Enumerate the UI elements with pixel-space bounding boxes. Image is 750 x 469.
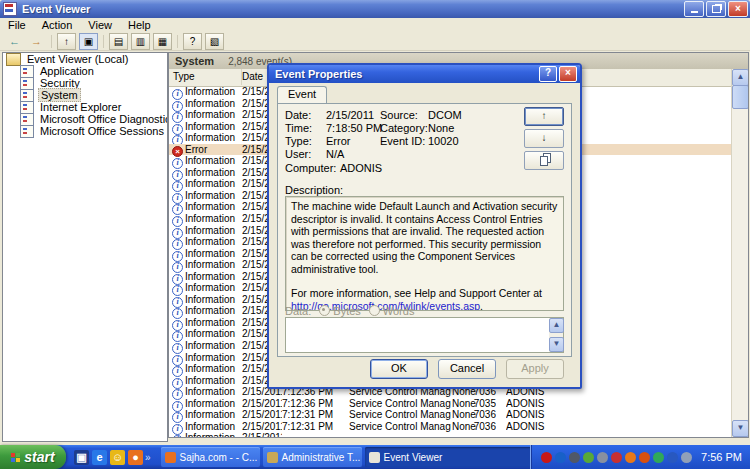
copy-event-button[interactable] (524, 151, 564, 170)
taskbar-clock[interactable]: 7:56 PM (701, 451, 742, 463)
row-cell: Information (185, 259, 240, 271)
row-cell: Information (185, 375, 240, 387)
description-more-text: For more information, see Help and Suppo… (291, 287, 558, 300)
dialog-close-button[interactable]: × (559, 66, 577, 82)
ok-button[interactable]: OK (370, 359, 428, 379)
network-tray-icon[interactable] (597, 452, 608, 463)
taskbar-button-sajha-com-c-[interactable]: Sajha.com - - C... (161, 447, 260, 467)
menu-view[interactable]: View (80, 18, 120, 32)
minimize-button[interactable] (684, 1, 704, 17)
row-cell: Information (185, 294, 240, 306)
back-icon[interactable]: ← (5, 33, 24, 50)
computer-value: ADONIS (340, 162, 382, 174)
desktop-screen: Event Viewer × FileActionViewHelp ←→↑▣▤▥… (0, 0, 750, 469)
updater-tray-icon[interactable] (639, 452, 650, 463)
tree-item-event-viewer-local[interactable]: Event Viewer (Local) (3, 53, 167, 65)
table-row[interactable]: iInformation2/15/20117:12:31 PMService C… (169, 421, 732, 433)
alert-tray-icon[interactable] (611, 452, 622, 463)
row-cell: Information (185, 282, 240, 294)
forward-icon[interactable]: → (27, 33, 46, 50)
description-box[interactable]: The machine wide Default Launch and Acti… (285, 196, 564, 311)
dialog-titlebar[interactable]: Event Properties ? × (269, 65, 580, 83)
tree-item-security[interactable]: Security (3, 77, 167, 89)
show-hide-tree-icon[interactable]: ▣ (79, 33, 98, 50)
words-radio[interactable]: Words (369, 305, 415, 317)
data-box[interactable]: ▲ ▼ (285, 317, 564, 353)
menu-action[interactable]: Action (34, 18, 81, 32)
quick-launch-chevron-icon[interactable]: » (145, 452, 151, 463)
data-scrollbar[interactable]: ▲ ▼ (549, 318, 563, 352)
internet-explorer-icon[interactable]: e (92, 450, 107, 465)
scroll-thumb[interactable] (732, 85, 749, 109)
sync-tray-icon[interactable] (653, 452, 664, 463)
previous-event-button[interactable]: ↑ (524, 107, 564, 126)
tree-item-application[interactable]: Application (3, 65, 167, 77)
row-cell: Information (185, 213, 240, 225)
row-cell: Information (185, 236, 240, 248)
tree-item-microsoft-office-sessions[interactable]: Microsoft Office Sessions (3, 125, 167, 137)
row-cell: Information (185, 155, 240, 167)
antivirus-tray-icon[interactable] (583, 452, 594, 463)
close-button[interactable]: × (728, 1, 748, 17)
help-icon[interactable]: ? (183, 33, 202, 50)
taskbar-button-label: Event Viewer (384, 452, 443, 463)
properties-icon[interactable]: ▤ (109, 33, 128, 50)
data-scroll-up-icon[interactable]: ▲ (549, 318, 564, 333)
start-label: start (24, 449, 54, 465)
event-properties-dialog: Event Properties ? × Event Date: 2/15/20… (267, 63, 582, 389)
apply-button[interactable]: Apply (506, 359, 564, 379)
tree-item-internet-explorer[interactable]: Internet Explorer (3, 101, 167, 113)
row-cell: Service Control Manager (349, 398, 451, 410)
app-window-icon[interactable]: ▣ (74, 450, 89, 465)
row-cell: Information (185, 363, 240, 375)
row-cell: Service Control Manager (349, 421, 451, 433)
start-button[interactable]: start (0, 445, 66, 469)
tree-item-system[interactable]: System (3, 89, 167, 101)
menu-file[interactable]: File (0, 18, 34, 32)
dialog-help-button[interactable]: ? (539, 66, 557, 82)
menu-bar: FileActionViewHelp (0, 18, 750, 33)
row-cell: Error (185, 144, 240, 156)
c-app-tray-icon[interactable] (555, 452, 566, 463)
refresh-icon[interactable]: ▥ (131, 33, 150, 50)
up-one-level-icon[interactable]: ↑ (57, 33, 76, 50)
log-icon (20, 125, 34, 138)
window-titlebar: Event Viewer × (0, 0, 750, 18)
tree-item-microsoft-office-diagnostics[interactable]: Microsoft Office Diagnostics (3, 113, 167, 125)
taskbar-button-administrative-t-[interactable]: Administrative T... (263, 447, 362, 467)
table-row[interactable]: iInformation2/15/2011 (169, 432, 732, 437)
restore-button[interactable] (706, 1, 726, 17)
firefox-icon[interactable]: ● (128, 450, 143, 465)
type-value: Error (326, 135, 350, 147)
browser-tray-icon[interactable] (625, 452, 636, 463)
row-cell: Information (185, 317, 240, 329)
next-event-button[interactable]: ↓ (524, 129, 564, 148)
list-scrollbar[interactable]: ▲ ▼ (731, 69, 748, 437)
bytes-radio[interactable]: Bytes (319, 305, 361, 317)
scroll-up-icon[interactable]: ▲ (732, 69, 749, 86)
messenger-tray-icon[interactable] (569, 452, 580, 463)
taskbar-button-event-viewer[interactable]: Event Viewer (365, 447, 543, 467)
menu-help[interactable]: Help (120, 18, 159, 32)
messenger-smiley-icon[interactable]: ☺ (110, 450, 125, 465)
type-label: Type: (285, 135, 312, 147)
console-tree-pane: Event Viewer (Local) ApplicationSecurity… (2, 52, 168, 442)
data-scroll-down-icon[interactable]: ▼ (549, 337, 564, 352)
toolbar: ←→↑▣▤▥▦?▧ (0, 32, 750, 51)
copy-icon (540, 156, 548, 166)
export-list-icon[interactable]: ▦ (153, 33, 172, 50)
table-row[interactable]: iInformation2/15/20117:12:31 PMService C… (169, 409, 732, 421)
cancel-button[interactable]: Cancel (438, 359, 496, 379)
bytes-radio-icon (319, 305, 330, 316)
battery-tray-icon[interactable] (667, 452, 678, 463)
new-window-icon[interactable]: ▧ (205, 33, 224, 50)
column-header-type[interactable]: Type (169, 69, 242, 85)
row-cell: 7:12:31 PM (282, 421, 346, 433)
display-tray-icon[interactable] (681, 452, 692, 463)
scroll-down-icon[interactable]: ▼ (732, 420, 749, 437)
table-row[interactable]: iInformation2/15/20117:12:36 PMService C… (169, 398, 732, 410)
acrobat-tray-icon[interactable] (541, 452, 552, 463)
tab-event[interactable]: Event (277, 86, 327, 103)
computer-label: Computer: (285, 162, 336, 174)
windows-flag-icon (11, 453, 20, 462)
